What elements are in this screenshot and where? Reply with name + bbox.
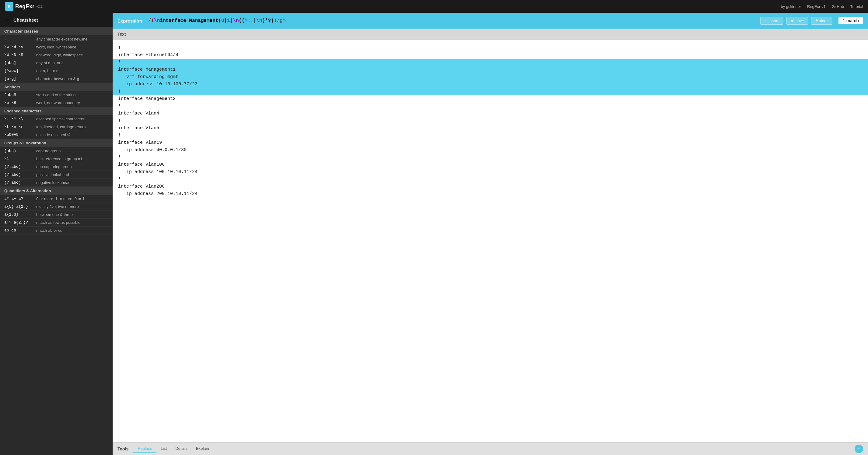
sidebar-code: (?=abc) xyxy=(4,172,33,177)
text-line: interface Vlan200 xyxy=(118,183,863,190)
list-item: a{5} a{2,} exactly five, two or more xyxy=(0,203,113,211)
sidebar-desc: match as few as possible xyxy=(36,220,80,225)
save-button[interactable]: ★ save xyxy=(786,17,808,25)
expr-literal-1: ! xyxy=(151,18,154,24)
text-line: interface Vlan5 xyxy=(118,124,863,132)
sidebar-code: a+? a{2,}? xyxy=(4,220,33,225)
main-layout: ← Cheatsheet Character classes . any cha… xyxy=(0,13,868,455)
sidebar-code: ^abc$ xyxy=(4,92,33,97)
list-item: . any character except newline xyxy=(0,35,113,43)
add-tool-button[interactable]: + xyxy=(855,445,863,453)
sidebar-code: [^abc] xyxy=(4,68,33,73)
sidebar-title: Cheatsheet xyxy=(13,17,38,23)
tab-explain[interactable]: Explain xyxy=(192,445,213,453)
nav-by-gskinner[interactable]: by gskinner xyxy=(781,4,801,9)
text-line: ! xyxy=(113,88,868,95)
text-line: interface Vlan100 xyxy=(118,161,863,168)
back-arrow-icon[interactable]: ← xyxy=(5,17,10,23)
sidebar-code: \. \* \\ xyxy=(4,117,33,121)
tools-label: Tools xyxy=(118,447,128,451)
expr-newline-3: \n xyxy=(256,18,262,24)
sidebar-code: a* a+ a? xyxy=(4,196,33,201)
tab-details[interactable]: Details xyxy=(171,445,192,453)
sidebar-code: (?!abc) xyxy=(4,180,33,185)
sidebar-desc: tab, linefeed, carriage return xyxy=(36,124,86,129)
expr-open-delim: / xyxy=(148,18,151,24)
flags-button[interactable]: ⚑ flags xyxy=(811,17,832,25)
sidebar-code: \1 xyxy=(4,157,33,161)
sidebar: ← Cheatsheet Character classes . any cha… xyxy=(0,13,113,455)
match-badge: 1 match xyxy=(838,17,863,24)
sidebar-code: a{5} a{2,} xyxy=(4,204,33,209)
nav-tutorial[interactable]: Tutorial xyxy=(850,4,863,9)
text-line: ! xyxy=(118,154,863,161)
sidebar-code: . xyxy=(4,37,33,41)
text-header: Text xyxy=(113,29,868,40)
sidebar-desc: any of a, b, or c xyxy=(36,61,64,65)
sidebar-code: \t \n \r xyxy=(4,124,33,129)
text-line: vrf forwarding mgmt xyxy=(113,74,868,81)
bookmark-icon: ★ xyxy=(790,19,794,23)
expr-pipe-2: | xyxy=(253,18,256,24)
expr-pipe: | xyxy=(224,18,227,24)
sidebar-desc: capture group xyxy=(36,149,61,153)
text-area[interactable]: !interface Ethernet64/4!interface Manage… xyxy=(113,40,868,442)
logo-version: v2.1 xyxy=(36,5,42,8)
expression-display[interactable]: /!\ninterface Management(0|1)\n((?:.|\n)… xyxy=(148,18,760,24)
sidebar-code: a{1,3} xyxy=(4,212,33,217)
sidebar-desc: word, digit, whitespace xyxy=(36,45,76,49)
sidebar-code: (abc) xyxy=(4,149,33,153)
list-item: [abc] any of a, b, or c xyxy=(0,59,113,67)
sidebar-desc: word, not-word boundary xyxy=(36,101,80,105)
list-item: (?=abc) positive lookahead xyxy=(0,171,113,179)
sidebar-header: ← Cheatsheet xyxy=(0,13,113,27)
list-item: \b \B word, not-word boundary xyxy=(0,99,113,107)
top-nav: R RegExrv2.1 by gskinner RegExr v1 GitHu… xyxy=(0,0,868,13)
expr-open-group: (( xyxy=(239,18,245,24)
sidebar-code: [a-g] xyxy=(4,77,33,81)
list-item: ^abc$ start / end of the string xyxy=(0,91,113,99)
text-line: ! xyxy=(118,176,863,183)
sidebar-desc: not a, b, or c xyxy=(36,68,58,73)
list-item: \w \d \s word, digit, whitespace xyxy=(0,43,113,51)
text-line: ip address 100.10.10.11/24 xyxy=(118,168,863,176)
expr-group-0: 0 xyxy=(221,18,224,24)
expr-non-capture: ?:. xyxy=(245,18,253,24)
text-line: ip address 10.10.100.77/23 xyxy=(113,81,868,88)
nav-github[interactable]: GitHub xyxy=(832,4,844,9)
tab-list[interactable]: List xyxy=(156,445,171,453)
expression-label: Expression xyxy=(118,18,142,24)
text-line: interface Management1 xyxy=(113,66,868,74)
expr-newline-1: \n xyxy=(154,18,160,24)
logo[interactable]: R RegExrv2.1 xyxy=(5,2,42,11)
flag-icon: ⚑ xyxy=(815,19,819,23)
text-line: ! xyxy=(118,117,863,124)
expr-literal-2: ! xyxy=(274,18,277,24)
sidebar-code: \u00A9 xyxy=(4,133,33,137)
sidebar-desc: start / end of the string xyxy=(36,92,75,97)
text-line: ! xyxy=(118,103,863,110)
right-panel: Expression /!\ninterface Management(0|1)… xyxy=(113,13,868,455)
sidebar-code: \W \D \S xyxy=(4,53,33,57)
text-line: ! xyxy=(118,44,863,52)
expression-bar: Expression /!\ninterface Management(0|1)… xyxy=(113,13,868,29)
list-item: (?!abc) negative lookahead xyxy=(0,179,113,187)
expr-text-interface: interface Management( xyxy=(160,18,221,24)
list-item: (abc) capture group xyxy=(0,147,113,155)
logo-icon: R xyxy=(5,2,13,11)
expr-group-1: 1 xyxy=(227,18,230,24)
sidebar-desc: 0 or more, 1 or more, 0 or 1 xyxy=(36,196,85,201)
text-line: ip address 40.0.0.1/30 xyxy=(118,146,863,154)
list-item: \W \D \S not word, digit, whitespace xyxy=(0,51,113,59)
list-item: ab|cd match ab or cd xyxy=(0,227,113,234)
section-anchors: Anchors xyxy=(0,83,113,91)
tab-replace[interactable]: Replace xyxy=(133,445,156,453)
nav-regexr-v1[interactable]: RegExr v1 xyxy=(807,4,826,9)
sidebar-desc: character between a & g xyxy=(36,77,79,81)
text-line: ! xyxy=(118,132,863,139)
tools-bar: Tools Replace List Details Explain + xyxy=(113,442,868,455)
share-button[interactable]: ← share xyxy=(760,17,784,25)
list-item: [^abc] not a, b, or c xyxy=(0,67,113,75)
sidebar-code: (?:abc) xyxy=(4,165,33,169)
text-line: interface Management2 xyxy=(118,95,863,103)
